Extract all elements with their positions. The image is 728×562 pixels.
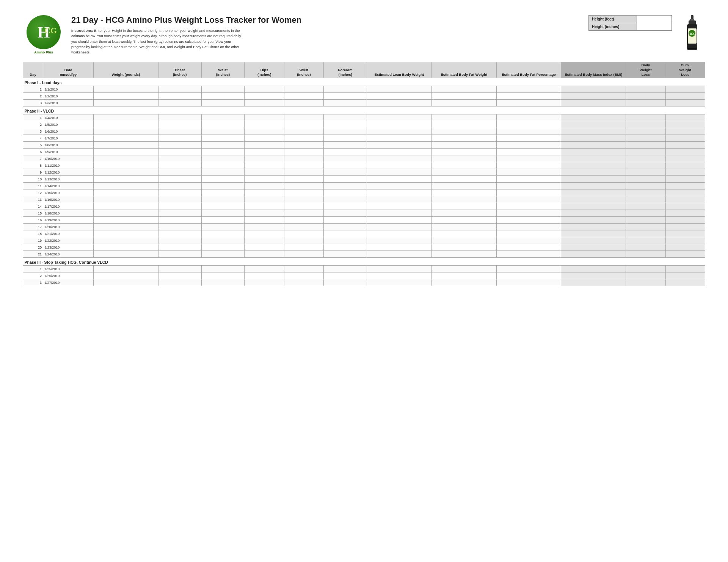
row-waist[interactable] — [201, 272, 245, 279]
row-weight[interactable] — [93, 196, 158, 203]
row-weight[interactable] — [93, 266, 158, 272]
row-wrist[interactable] — [284, 176, 323, 183]
row-weight[interactable] — [93, 203, 158, 210]
row-forearm[interactable] — [324, 224, 367, 230]
row-weight[interactable] — [93, 114, 158, 121]
row-waist[interactable] — [201, 210, 245, 217]
row-wrist[interactable] — [284, 142, 323, 149]
row-waist[interactable] — [201, 176, 245, 183]
row-weight[interactable] — [93, 93, 158, 100]
row-forearm[interactable] — [324, 121, 367, 128]
row-hips[interactable] — [245, 93, 284, 100]
row-hips[interactable] — [245, 100, 284, 106]
row-chest[interactable] — [158, 135, 201, 142]
row-hips[interactable] — [245, 196, 284, 203]
row-chest[interactable] — [158, 279, 201, 286]
row-forearm[interactable] — [324, 251, 367, 258]
row-wrist[interactable] — [284, 100, 323, 106]
row-wrist[interactable] — [284, 189, 323, 196]
row-wrist[interactable] — [284, 135, 323, 142]
row-chest[interactable] — [158, 183, 201, 189]
row-wrist[interactable] — [284, 230, 323, 237]
row-chest[interactable] — [158, 244, 201, 251]
row-wrist[interactable] — [284, 251, 323, 258]
row-weight[interactable] — [93, 86, 158, 93]
row-forearm[interactable] — [324, 86, 367, 93]
row-hips[interactable] — [245, 251, 284, 258]
row-forearm[interactable] — [324, 142, 367, 149]
row-forearm[interactable] — [324, 128, 367, 135]
row-forearm[interactable] — [324, 149, 367, 155]
row-weight[interactable] — [93, 217, 158, 224]
row-waist[interactable] — [201, 237, 245, 244]
row-forearm[interactable] — [324, 183, 367, 189]
row-chest[interactable] — [158, 210, 201, 217]
row-weight[interactable] — [93, 142, 158, 149]
height-feet-value[interactable] — [637, 16, 672, 23]
row-hips[interactable] — [245, 183, 284, 189]
row-hips[interactable] — [245, 189, 284, 196]
row-waist[interactable] — [201, 230, 245, 237]
row-chest[interactable] — [158, 121, 201, 128]
row-wrist[interactable] — [284, 149, 323, 155]
row-forearm[interactable] — [324, 155, 367, 162]
row-wrist[interactable] — [284, 272, 323, 279]
row-hips[interactable] — [245, 230, 284, 237]
row-forearm[interactable] — [324, 196, 367, 203]
row-hips[interactable] — [245, 142, 284, 149]
row-waist[interactable] — [201, 86, 245, 93]
row-waist[interactable] — [201, 279, 245, 286]
row-wrist[interactable] — [284, 86, 323, 93]
row-chest[interactable] — [158, 114, 201, 121]
row-chest[interactable] — [158, 203, 201, 210]
row-hips[interactable] — [245, 176, 284, 183]
row-waist[interactable] — [201, 251, 245, 258]
row-weight[interactable] — [93, 135, 158, 142]
row-chest[interactable] — [158, 93, 201, 100]
height-inches-value[interactable] — [637, 23, 672, 31]
row-hips[interactable] — [245, 169, 284, 176]
row-chest[interactable] — [158, 189, 201, 196]
row-waist[interactable] — [201, 217, 245, 224]
row-forearm[interactable] — [324, 244, 367, 251]
row-weight[interactable] — [93, 100, 158, 106]
row-hips[interactable] — [245, 272, 284, 279]
row-hips[interactable] — [245, 86, 284, 93]
row-forearm[interactable] — [324, 93, 367, 100]
row-waist[interactable] — [201, 244, 245, 251]
row-forearm[interactable] — [324, 114, 367, 121]
row-hips[interactable] — [245, 135, 284, 142]
row-chest[interactable] — [158, 224, 201, 230]
row-hips[interactable] — [245, 210, 284, 217]
row-forearm[interactable] — [324, 100, 367, 106]
row-chest[interactable] — [158, 142, 201, 149]
row-forearm[interactable] — [324, 189, 367, 196]
row-weight[interactable] — [93, 155, 158, 162]
row-weight[interactable] — [93, 224, 158, 230]
row-waist[interactable] — [201, 128, 245, 135]
row-wrist[interactable] — [284, 183, 323, 189]
row-chest[interactable] — [158, 230, 201, 237]
row-chest[interactable] — [158, 217, 201, 224]
row-forearm[interactable] — [324, 176, 367, 183]
row-chest[interactable] — [158, 176, 201, 183]
row-forearm[interactable] — [324, 203, 367, 210]
row-waist[interactable] — [201, 196, 245, 203]
row-waist[interactable] — [201, 183, 245, 189]
row-wrist[interactable] — [284, 114, 323, 121]
row-hips[interactable] — [245, 203, 284, 210]
row-wrist[interactable] — [284, 121, 323, 128]
row-hips[interactable] — [245, 217, 284, 224]
row-chest[interactable] — [158, 86, 201, 93]
row-wrist[interactable] — [284, 128, 323, 135]
row-wrist[interactable] — [284, 162, 323, 169]
row-wrist[interactable] — [284, 237, 323, 244]
row-hips[interactable] — [245, 244, 284, 251]
row-waist[interactable] — [201, 142, 245, 149]
row-waist[interactable] — [201, 135, 245, 142]
row-waist[interactable] — [201, 114, 245, 121]
row-weight[interactable] — [93, 279, 158, 286]
row-forearm[interactable] — [324, 279, 367, 286]
row-chest[interactable] — [158, 162, 201, 169]
row-hips[interactable] — [245, 155, 284, 162]
